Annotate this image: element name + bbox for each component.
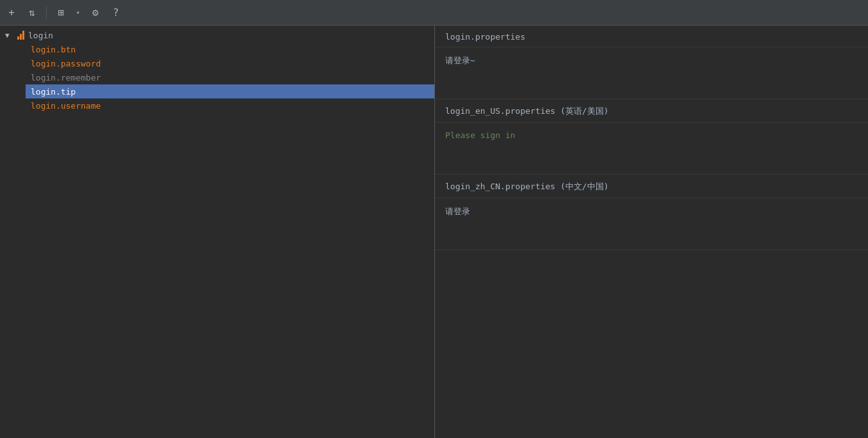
- properties-section-zhcn: login_zh_CN.properties (中文/中国) 请登录: [435, 175, 868, 250]
- tree-item-login-username[interactable]: login.username: [26, 98, 434, 113]
- tree-children: login.btn login.password login.remember …: [0, 42, 434, 113]
- section-header-enus: login_en_US.properties (英语/美国): [435, 99, 868, 123]
- section-title-enus: login_en_US.properties (英语/美国): [445, 106, 609, 116]
- section-title-zhcn: login_zh_CN.properties (中文/中国): [445, 182, 609, 191]
- properties-section-enus: login_en_US.properties (英语/美国) Please si…: [435, 99, 868, 175]
- tree-item-login-password[interactable]: login.password: [26, 56, 434, 70]
- split-dropdown[interactable]: ▾: [75, 6, 81, 19]
- tree-item-login-remember[interactable]: login.remember: [26, 70, 434, 84]
- tree-item-login-root[interactable]: ▼ login: [0, 28, 434, 42]
- settings-icon[interactable]: ⚙: [89, 6, 102, 19]
- properties-section-default: login.properties 请登录~: [435, 26, 868, 99]
- tree-panel: ▼ login login.btn login.password: [0, 26, 435, 438]
- tree-item-login-tip[interactable]: login.tip: [26, 84, 434, 98]
- section-content-default[interactable]: 请登录~: [435, 47, 868, 98]
- tree-item-login-btn[interactable]: login.btn: [26, 42, 434, 56]
- tree-item-label-remember: login.remember: [31, 73, 101, 82]
- property-value-zhcn: 请登录: [445, 207, 470, 216]
- tree-item-label-password: login.password: [31, 59, 101, 68]
- tree-item-label-username: login.username: [31, 101, 101, 111]
- split-icon[interactable]: ⊞: [54, 6, 67, 19]
- help-icon[interactable]: ?: [109, 6, 122, 19]
- add-icon[interactable]: +: [5, 6, 18, 19]
- resource-bundle-icon: [15, 30, 26, 40]
- section-content-zhcn[interactable]: 请登录: [435, 198, 868, 249]
- tree-root: ▼ login login.btn login.password: [0, 26, 434, 115]
- toolbar: + ⇅ ⊞ ▾ ⚙ ?: [0, 0, 868, 26]
- section-header-zhcn: login_zh_CN.properties (中文/中国): [435, 175, 868, 198]
- section-title-default: login.properties: [445, 32, 525, 42]
- tree-item-label-tip: login.tip: [31, 87, 75, 97]
- property-value-default: 请登录~: [445, 56, 475, 65]
- right-panel: login.properties 请登录~ login_en_US.proper…: [435, 26, 868, 438]
- main-content: ▼ login login.btn login.password: [0, 26, 868, 438]
- tree-item-label-btn: login.btn: [31, 45, 75, 54]
- section-content-enus[interactable]: Please sign in: [435, 123, 868, 174]
- section-header-default: login.properties: [435, 26, 868, 47]
- toolbar-separator-1: [46, 6, 47, 19]
- sort-icon[interactable]: ⇅: [26, 6, 38, 19]
- tree-root-label: login: [28, 31, 53, 40]
- tree-toggle-icon: ▼: [5, 31, 15, 40]
- property-value-enus: Please sign in: [445, 130, 516, 140]
